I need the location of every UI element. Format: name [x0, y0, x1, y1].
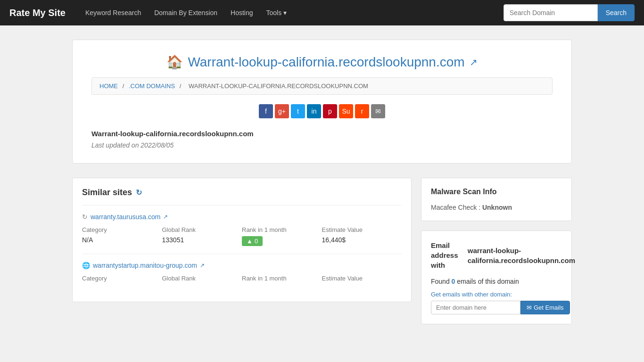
global-rank-label-2: Global Rank [162, 275, 242, 282]
breadcrumb-current: WARRANT-LOOKUP-CALIFORNIA.RECORDSLOOKUPN… [189, 82, 368, 90]
main-content: 🏠 Warrant-lookup-california.recordslooku… [63, 40, 581, 334]
share-pinterest[interactable]: p [323, 104, 337, 118]
malware-scan-label: Malware Scan Info [431, 188, 497, 196]
stat-category-2: Category [82, 275, 162, 285]
domain-name-link[interactable]: Warrant-lookup-california.recordslookupn… [188, 55, 464, 70]
email-card: Email address with warrant-lookup-califo… [421, 230, 572, 324]
malware-scan-card: Malware Scan Info Macafee Check : Unknow… [421, 178, 572, 221]
social-share-bar: f g+ t in p Su r ✉ [91, 104, 553, 118]
category-value-1: N/A [82, 236, 162, 244]
category-label-1: Category [82, 226, 162, 233]
estimate-label-1: Estimate Value [322, 226, 402, 233]
similar-sites-title: Similar sites ↻ [82, 188, 402, 197]
domain-title: 🏠 Warrant-lookup-california.recordslooku… [91, 54, 553, 70]
found-prefix: Found [431, 278, 450, 285]
left-column: Similar sites ↻ ↻ warranty.taurususa.com… [72, 178, 412, 312]
share-reddit[interactable]: r [355, 104, 369, 118]
breadcrumb: HOME / .COM DOMAINS / WARRANT-LOOKUP-CAL… [91, 77, 553, 95]
refresh-icon[interactable]: ↻ [136, 188, 142, 197]
macafee-label: Macafee Check : [431, 204, 480, 211]
site-url-2: warrantystartup.manitou-group.com [93, 262, 197, 269]
search-button[interactable]: Search [598, 4, 635, 21]
nav-tools-label: Tools [266, 9, 282, 16]
email-title-prefix: Email address with [431, 240, 458, 270]
rank-month-label-2: Rank in 1 month [242, 275, 322, 282]
malware-scan-title: Malware Scan Info [431, 188, 562, 196]
external-link-icon: ↗ [470, 57, 478, 68]
nav-keyword-research[interactable]: Keyword Research [80, 5, 147, 20]
global-rank-value-1: 133051 [162, 236, 242, 244]
home-icon: 🏠 [166, 54, 183, 70]
share-twitter[interactable]: t [291, 104, 305, 118]
email-icon: ✉ [527, 304, 532, 311]
share-linkedin[interactable]: in [307, 104, 321, 118]
get-email-input[interactable] [431, 301, 520, 314]
search-input[interactable] [504, 4, 598, 21]
navbar: Rate My Site Keyword Research Domain By … [0, 0, 644, 25]
estimate-value-1: 16,440$ [322, 236, 402, 244]
domain-info-name: Warrant-lookup-california.recordslookupn… [91, 130, 553, 138]
get-email-form: ✉ Get Emails [431, 301, 562, 314]
found-suffix: emails of this domain [457, 278, 519, 285]
breadcrumb-sep-2: / [180, 82, 182, 90]
site-link-1[interactable]: ↻ warranty.taurususa.com ↗ [82, 213, 402, 221]
category-label-2: Category [82, 275, 162, 282]
right-column: Malware Scan Info Macafee Check : Unknow… [421, 178, 572, 334]
malware-check-row: Macafee Check : Unknown [431, 204, 562, 211]
breadcrumb-home[interactable]: HOME [99, 82, 118, 90]
stat-rank-month-1: Rank in 1 month ▲ 0 [242, 226, 322, 246]
breadcrumb-com-domains[interactable]: .COM DOMAINS [129, 82, 175, 90]
estimate-label-2: Estimate Value [322, 275, 402, 282]
stat-category-1: Category N/A [82, 226, 162, 246]
similar-sites-card: Similar sites ↻ ↻ warranty.taurususa.com… [72, 178, 412, 302]
site-globe-icon-2: 🌐 [82, 262, 90, 269]
similar-sites-label: Similar sites [82, 188, 132, 197]
site-external-icon-1: ↗ [163, 214, 168, 220]
site-url-1: warranty.taurususa.com [91, 213, 160, 221]
up-arrow-icon: ▲ [247, 238, 253, 245]
chevron-down-icon: ▾ [283, 9, 287, 16]
share-google-plus[interactable]: g+ [275, 104, 289, 118]
site-link-2[interactable]: 🌐 warrantystartup.manitou-group.com ↗ [82, 262, 402, 269]
share-stumbleupon[interactable]: Su [339, 104, 353, 118]
nav-hosting[interactable]: Hosting [225, 5, 258, 20]
share-email[interactable]: ✉ [371, 104, 385, 118]
get-emails-label: Get Emails [534, 304, 564, 311]
stat-global-rank-1: Global Rank 133051 [162, 226, 242, 246]
share-facebook[interactable]: f [259, 104, 273, 118]
breadcrumb-sep-1: / [123, 82, 124, 90]
stats-row-1: Category N/A Global Rank 133051 Rank in … [82, 226, 402, 246]
found-count: 0 [452, 278, 455, 285]
rank-badge-1: ▲ 0 [242, 236, 263, 246]
stat-global-rank-2: Global Rank [162, 275, 242, 285]
nav-links: Keyword Research Domain By Extension Hos… [80, 5, 504, 20]
similar-site-item-1: ↻ warranty.taurususa.com ↗ Category N/A … [82, 205, 402, 254]
found-emails-text: Found 0 emails of this domain [431, 278, 562, 285]
macafee-value: Unknown [482, 204, 512, 211]
global-rank-label-1: Global Rank [162, 226, 242, 233]
rank-month-label-1: Rank in 1 month [242, 226, 322, 233]
get-email-label: Get emails with other domain: [431, 291, 562, 298]
two-column-layout: Similar sites ↻ ↻ warranty.taurususa.com… [72, 178, 572, 334]
stat-estimate-2: Estimate Value [322, 275, 402, 285]
site-globe-icon-1: ↻ [82, 213, 88, 221]
site-external-icon-2: ↗ [200, 262, 205, 269]
brand-logo[interactable]: Rate My Site [9, 8, 66, 18]
nav-tools-dropdown[interactable]: Tools ▾ [261, 5, 293, 20]
domain-card: 🏠 Warrant-lookup-california.recordslooku… [72, 40, 572, 164]
similar-site-item-2: 🌐 warrantystartup.manitou-group.com ↗ Ca… [82, 254, 402, 292]
stat-estimate-1: Estimate Value 16,440$ [322, 226, 402, 246]
get-emails-button[interactable]: ✉ Get Emails [520, 301, 570, 314]
email-domain-highlight: warrant-lookup-california.recordslookupn… [468, 246, 575, 265]
search-form: Search [504, 4, 635, 21]
rank-month-value-1: ▲ 0 [242, 236, 322, 246]
stats-row-2: Category Global Rank Rank in 1 month [82, 275, 402, 285]
stat-rank-month-2: Rank in 1 month [242, 275, 322, 285]
domain-last-updated: Last updated on 2022/08/05 [91, 141, 553, 149]
nav-domain-extension[interactable]: Domain By Extension [149, 5, 223, 20]
email-card-title: Email address with warrant-lookup-califo… [431, 240, 562, 270]
